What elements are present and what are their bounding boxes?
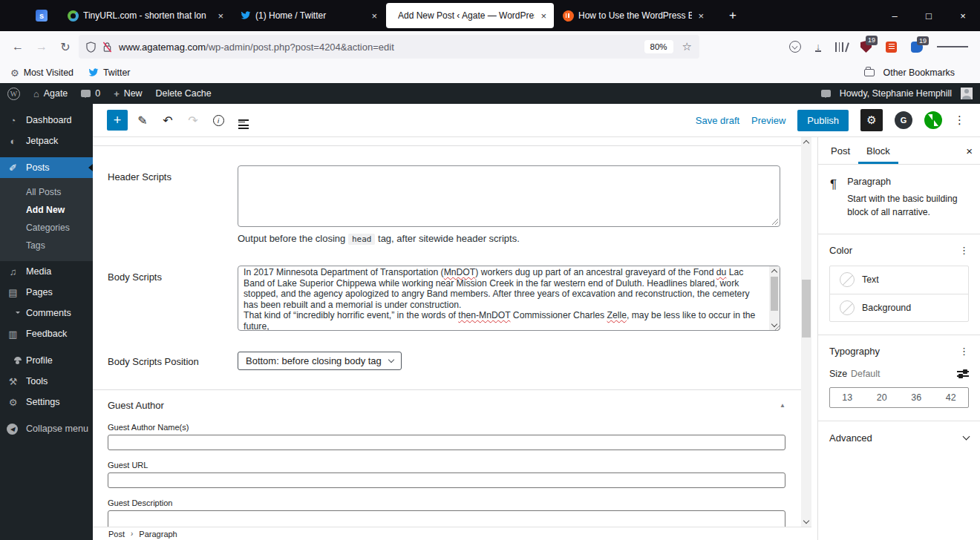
- comments-menu[interactable]: 0: [81, 88, 100, 99]
- undo-button[interactable]: ↶: [157, 110, 178, 131]
- sidebar-item-tools[interactable]: ⚒ Tools: [0, 371, 93, 392]
- panel-options-kebab-icon[interactable]: ⋮: [959, 245, 969, 256]
- scrollbar-thumb[interactable]: [771, 277, 778, 311]
- sidebar-item-profile[interactable]: Profile: [0, 350, 93, 371]
- guest-author-name-input[interactable]: [108, 435, 785, 450]
- insecure-lock-icon[interactable]: [102, 42, 112, 53]
- scroll-down-icon[interactable]: [803, 518, 809, 524]
- reader-extension-icon[interactable]: [886, 42, 897, 53]
- submenu-tags[interactable]: Tags: [0, 237, 93, 254]
- sidebar-item-media[interactable]: ♫ Media: [0, 261, 93, 282]
- notification-bubble-icon[interactable]: [821, 90, 831, 97]
- collapse-menu-button[interactable]: ◀ Collapse menu: [0, 418, 93, 439]
- other-bookmarks[interactable]: Other Bookmarks: [864, 68, 955, 78]
- font-size-option[interactable]: 42: [934, 388, 969, 407]
- panel-options-kebab-icon[interactable]: ⋮: [959, 346, 969, 357]
- header-scripts-textarea[interactable]: [238, 165, 780, 227]
- settings-gear-button[interactable]: ⚙: [860, 109, 883, 131]
- breadcrumb-paragraph[interactable]: Paragraph: [139, 530, 177, 539]
- window-minimize-button[interactable]: –: [878, 0, 912, 31]
- resize-grip-icon[interactable]: [771, 217, 778, 225]
- tab-close-icon[interactable]: ×: [216, 10, 225, 22]
- sidebar-item-settings[interactable]: ⚙ Settings: [0, 392, 93, 412]
- menu-hamburger-icon[interactable]: [937, 44, 968, 50]
- font-size-option[interactable]: 20: [865, 388, 900, 407]
- tab-block[interactable]: Block: [858, 137, 898, 164]
- body-scripts-text[interactable]: In 2017 Minnesota Department of Transpor…: [238, 266, 769, 330]
- guest-author-section-header[interactable]: Guest Author ▲: [93, 390, 801, 412]
- pinned-tab-favicon[interactable]: s: [36, 10, 48, 22]
- font-size-option[interactable]: 36: [899, 388, 934, 407]
- browser-tab-twitter[interactable]: (1) Home / Twitter ×: [232, 3, 385, 28]
- sidebar-item-posts[interactable]: ✐ Posts: [0, 157, 93, 178]
- bookmark-star-icon[interactable]: ☆: [682, 40, 692, 53]
- user-avatar[interactable]: [961, 88, 973, 99]
- new-tab-button[interactable]: +: [722, 8, 743, 23]
- sidebar-item-feedback[interactable]: ▥ Feedback: [0, 323, 93, 344]
- bookmark-twitter[interactable]: Twitter: [88, 68, 131, 78]
- advanced-panel-toggle[interactable]: Advanced: [818, 421, 980, 455]
- submenu-categories[interactable]: Categories: [0, 219, 93, 237]
- browser-tab-wp-guide[interactable]: How to Use the WordPress Bloc ×: [555, 3, 711, 28]
- editor-vertical-scrollbar[interactable]: [801, 137, 811, 527]
- sidebar-item-comments[interactable]: Comments: [0, 303, 93, 323]
- collapse-section-icon[interactable]: ▲: [780, 402, 785, 409]
- howdy-label[interactable]: Howdy, Stephanie Hemphill: [840, 88, 952, 99]
- publish-button[interactable]: Publish: [797, 110, 849, 131]
- edit-mode-pencil-icon[interactable]: ✎: [132, 110, 153, 131]
- options-kebab-icon[interactable]: ⋮: [954, 113, 965, 127]
- site-name-menu[interactable]: ⌂ Agate: [33, 88, 68, 99]
- browser-tab-tinyurl[interactable]: TinyURL.com - shorten that lon ×: [60, 3, 231, 28]
- sidebar-item-dashboard[interactable]: ◔ Dashboard: [0, 110, 93, 131]
- browser-tab-active-wordpress[interactable]: Add New Post ‹ Agate — WordPress ×: [386, 3, 554, 28]
- tracking-protection-shield-icon[interactable]: [86, 42, 96, 53]
- downloads-icon[interactable]: ↓: [815, 42, 822, 52]
- font-size-option[interactable]: 13: [830, 388, 865, 407]
- preview-button[interactable]: Preview: [751, 115, 785, 126]
- guest-description-textarea[interactable]: [108, 510, 785, 527]
- library-icon[interactable]: [835, 42, 846, 52]
- tab-close-icon[interactable]: ×: [696, 10, 705, 22]
- scroll-up-icon[interactable]: [771, 269, 777, 275]
- tab-close-icon[interactable]: ×: [539, 10, 548, 22]
- scrollbar-thumb[interactable]: [802, 280, 811, 338]
- jetpack-icon[interactable]: [924, 111, 942, 129]
- forward-button[interactable]: →: [30, 35, 53, 59]
- breadcrumb-post[interactable]: Post: [108, 530, 125, 539]
- background-color-option[interactable]: Background: [830, 294, 968, 321]
- list-view-button[interactable]: [233, 110, 254, 131]
- close-icon[interactable]: ×: [966, 145, 973, 157]
- body-scripts-position-select[interactable]: Bottom: before closing body tag: [238, 352, 402, 370]
- block-inserter-button[interactable]: +: [107, 110, 128, 131]
- window-maximize-button[interactable]: □: [912, 0, 946, 31]
- sidebar-item-jetpack[interactable]: ◐ Jetpack: [0, 131, 93, 151]
- submenu-all-posts[interactable]: All Posts: [0, 183, 93, 201]
- sidebar-item-pages[interactable]: ▤ Pages: [0, 282, 93, 303]
- window-close-button[interactable]: ×: [946, 0, 980, 31]
- scroll-down-icon[interactable]: [771, 321, 777, 327]
- bookmark-most-visited[interactable]: ⚙ Most Visited: [10, 68, 74, 79]
- back-button[interactable]: ←: [6, 35, 30, 59]
- save-draft-button[interactable]: Save draft: [696, 115, 739, 126]
- guest-url-input[interactable]: [108, 472, 785, 488]
- submenu-add-new[interactable]: Add New: [0, 201, 93, 219]
- page-zoom-badge[interactable]: 80%: [644, 40, 673, 53]
- size-settings-sliders-icon[interactable]: [957, 368, 969, 381]
- adblock-shield-icon[interactable]: 19: [860, 41, 872, 53]
- body-scripts-textarea[interactable]: In 2017 Minnesota Department of Transpor…: [238, 266, 780, 331]
- text-color-option[interactable]: Text: [830, 266, 968, 294]
- scroll-up-icon[interactable]: [803, 140, 809, 146]
- textarea-scrollbar[interactable]: [769, 266, 780, 330]
- reload-button[interactable]: ↻: [53, 35, 77, 59]
- plugin-g-icon[interactable]: G: [895, 111, 912, 129]
- url-bar[interactable]: www.agatemag.com/wp-admin/post.php?post=…: [79, 35, 699, 59]
- tab-post[interactable]: Post: [823, 137, 858, 164]
- delete-cache-menu[interactable]: Delete Cache: [156, 88, 212, 99]
- wp-logo-menu[interactable]: W: [7, 88, 20, 100]
- url-text[interactable]: www.agatemag.com/wp-admin/post.php?post=…: [119, 42, 644, 53]
- account-extension-icon[interactable]: 19: [911, 42, 923, 53]
- new-content-menu[interactable]: + New: [114, 88, 142, 99]
- redo-button[interactable]: ↷: [183, 110, 203, 131]
- pocket-icon[interactable]: [789, 41, 801, 53]
- details-info-button[interactable]: i: [208, 110, 229, 131]
